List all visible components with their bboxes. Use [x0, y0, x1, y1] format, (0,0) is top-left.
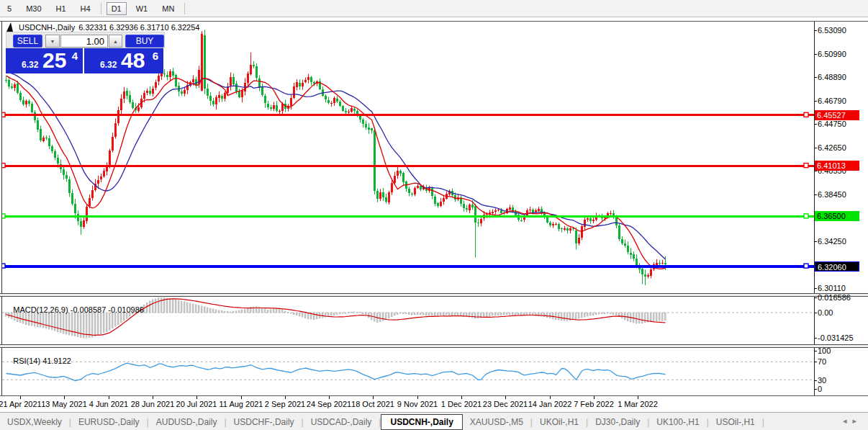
buy-price-pip: 6	[153, 50, 158, 62]
support-line-blue-price-badge: 6.32060	[815, 261, 859, 272]
resistance-line-2-handle[interactable]	[1, 164, 5, 168]
support-line-blue-handle[interactable]	[804, 264, 808, 268]
sell-price-pip: 4	[72, 50, 78, 62]
chart-ohlc-quote: 6.32331 6.32936 6.31710 6.32254	[78, 23, 199, 32]
chart-title: USDCNH-,Daily	[19, 23, 75, 32]
rsi-label: RSI(14) 41.9122	[4, 348, 71, 374]
support-line-green[interactable]	[0, 215, 814, 218]
resistance-line-2-handle[interactable]	[804, 164, 808, 168]
support-line-green-handle[interactable]	[804, 214, 808, 218]
resistance-line-2[interactable]	[0, 165, 814, 167]
arrow-down-icon: ▼	[50, 39, 55, 44]
buy-price-display[interactable]: 6.32 48 6	[84, 48, 163, 73]
arrow-up-icon: ▲	[113, 39, 118, 44]
resistance-line-1-handle[interactable]	[1, 112, 5, 117]
macd-label: MACD(12,26,9) -0.008587 -0.010986	[4, 297, 144, 323]
trade-panel-controls: SELL ▼ ▲ BUY	[6, 32, 165, 48]
sell-price-prefix: 6.32	[22, 60, 38, 70]
rsi-pane	[2, 362, 814, 380]
buy-price-big: 48	[121, 48, 145, 73]
support-line-green-handle[interactable]	[1, 214, 5, 218]
resistance-line-1-handle[interactable]	[804, 112, 808, 117]
sell-price-display[interactable]: 6.32 25 4	[6, 48, 83, 73]
sell-price-big: 25	[42, 48, 66, 73]
chart-corner-arrow-icon	[6, 22, 15, 32]
buy-price-prefix: 6.32	[100, 60, 117, 70]
resistance-line-2-price-badge: 6.41013	[815, 161, 859, 171]
chart-title-row: USDCNH-,Daily 6.32331 6.32936 6.31710 6.…	[6, 22, 199, 32]
support-line-blue[interactable]	[0, 265, 814, 268]
support-line-green-price-badge: 6.36500	[815, 211, 859, 221]
sell-button[interactable]: SELL	[13, 35, 42, 48]
volume-increase-button[interactable]: ▲	[109, 35, 122, 48]
buy-button[interactable]: BUY	[125, 35, 164, 48]
resistance-line-1-price-badge: 6.45527	[815, 110, 859, 120]
volume-input[interactable]	[60, 35, 108, 48]
resistance-line-1[interactable]	[0, 114, 814, 116]
volume-decrease-button[interactable]: ▼	[45, 35, 60, 48]
rsi-line	[6, 363, 666, 380]
trading-platform-window: 5M30H1H4D1W1MN USDCNH-,Daily 6.32331 6.3…	[0, 0, 868, 430]
one-click-trading-panel: SELL ▼ ▲ BUY 6.32 25 4 6.32 48 6	[6, 32, 165, 73]
support-line-blue-handle[interactable]	[1, 264, 5, 268]
